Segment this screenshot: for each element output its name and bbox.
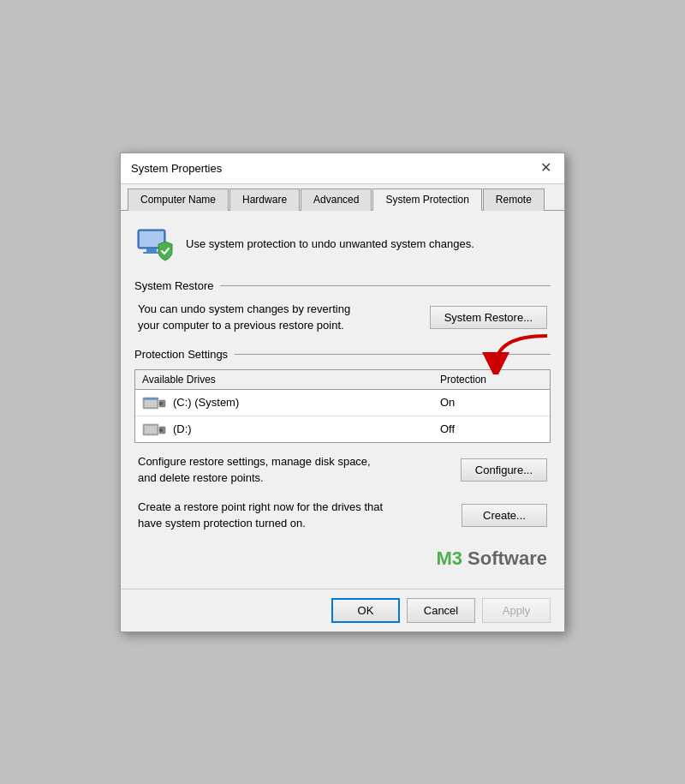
ok-button[interactable]: OK <box>331 598 400 623</box>
col-drives-header: Available Drives <box>142 374 440 386</box>
restore-row: You can undo system changes by reverting… <box>134 301 551 334</box>
apply-button[interactable]: Apply <box>482 598 551 623</box>
col-protection-header: Protection <box>440 374 543 386</box>
svg-rect-11 <box>145 426 157 434</box>
system-restore-section: System Restore You can undo system chang… <box>134 279 551 334</box>
create-button[interactable]: Create... <box>462 504 547 527</box>
svg-rect-9 <box>143 398 158 400</box>
system-restore-header: System Restore <box>134 279 551 292</box>
tab-computer-name[interactable]: Computer Name <box>128 189 229 211</box>
tab-bar: Computer Name Hardware Advanced System P… <box>121 184 564 211</box>
dialog-footer: OK Cancel Apply <box>121 589 564 631</box>
protection-settings-section: Protection Settings Available Drives Pro… <box>134 348 551 532</box>
system-properties-dialog: System Properties ✕ Computer Name Hardwa… <box>120 153 565 632</box>
drive-cell-c: (C:) (System) <box>142 394 440 411</box>
create-description: Create a restore point right now for the… <box>138 499 383 532</box>
configure-button[interactable]: Configure... <box>461 458 547 482</box>
table-row[interactable]: (D:) Off <box>135 416 550 442</box>
info-section: Use system protection to undo unwanted s… <box>134 224 551 266</box>
svg-point-13 <box>159 428 163 432</box>
system-restore-label: System Restore <box>134 279 213 292</box>
svg-point-8 <box>159 402 163 405</box>
watermark-software: Software <box>462 548 547 569</box>
drive-c-icon <box>142 394 166 411</box>
drive-c-label: (C:) (System) <box>173 396 239 409</box>
tab-remote[interactable]: Remote <box>483 189 545 211</box>
tab-hardware[interactable]: Hardware <box>229 189 300 211</box>
tab-advanced[interactable]: Advanced <box>301 189 372 211</box>
title-bar: System Properties ✕ <box>121 153 564 184</box>
close-button[interactable]: ✕ <box>537 159 554 177</box>
svg-rect-2 <box>146 248 157 252</box>
tab-system-protection[interactable]: System Protection <box>372 189 481 211</box>
drive-d-label: (D:) <box>173 422 192 435</box>
svg-rect-6 <box>145 399 157 407</box>
table-row[interactable]: (C:) (System) On <box>135 390 550 416</box>
create-row: Create a restore point right now for the… <box>134 499 551 532</box>
configure-description: Configure restore settings, manage disk … <box>138 453 371 487</box>
drive-c-protection: On <box>440 396 543 409</box>
cancel-button[interactable]: Cancel <box>407 598 475 623</box>
section-divider <box>220 285 551 286</box>
computer-shield-icon <box>134 224 176 266</box>
restore-description: You can undo system changes by reverting… <box>138 301 350 334</box>
tab-content: Use system protection to undo unwanted s… <box>121 211 564 589</box>
svg-rect-3 <box>143 252 160 254</box>
drives-table: Available Drives Protection <box>134 369 551 443</box>
drive-d-protection: Off <box>440 422 543 435</box>
drive-cell-d: (D:) <box>142 421 440 438</box>
info-text: Use system protection to undo unwanted s… <box>186 236 474 252</box>
protection-settings-label: Protection Settings <box>134 348 228 361</box>
configure-row: Configure restore settings, manage disk … <box>134 453 551 487</box>
drive-d-icon <box>142 421 166 438</box>
watermark-m3: M3 <box>436 548 462 569</box>
red-arrow-icon <box>479 332 556 374</box>
dialog-title: System Properties <box>131 162 222 175</box>
system-restore-button[interactable]: System Restore... <box>430 306 547 329</box>
watermark: M3 Software <box>134 546 551 575</box>
